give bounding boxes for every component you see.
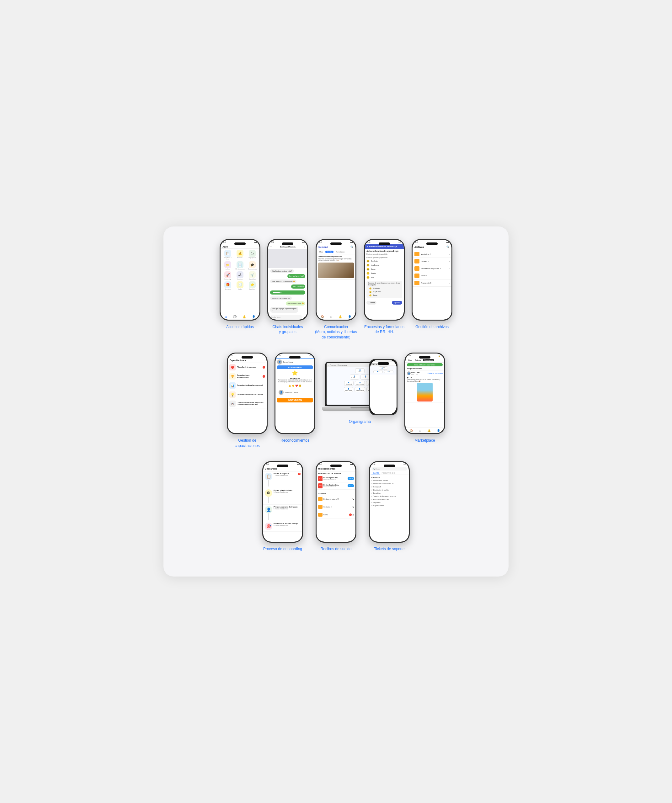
tab-marketplace[interactable]: Marketplace [423, 359, 434, 361]
onboarding-header: Onboarding [263, 467, 302, 471]
phone-frame-chats: 9:41 ●●● ← Santiago Miranda ⋮ Hola Santi… [267, 239, 308, 320]
status-bar: 9:41 ●●● [365, 240, 404, 244]
recognition-reactions: 👍 👏 ❤️ 😊 [275, 384, 314, 388]
nav-person-icon: 👤 [252, 315, 255, 319]
channel-item[interactable]: # Información sobre COVID-19 [371, 482, 407, 485]
sign-button[interactable]: Firmar [348, 477, 354, 480]
survey-footer-section: Encuesta de aprendizaje para la mejora d… [366, 281, 402, 298]
survey-option[interactable]: 🙂Muy Bueno [368, 290, 401, 294]
step-icon: 👤 [265, 506, 272, 514]
feature-item-recibos: 9:41 ●●● Mis documentos PENDIENTES DE FI… [316, 461, 356, 552]
training-icon: 🏆 [229, 373, 236, 380]
status-bar: 9:41 ●●● [317, 462, 355, 467]
phone-frame-survey: 9:41 ●●● ✕ Autoevaluación del aprendizaj… [364, 239, 405, 320]
app-icon-item: 🏖 Vacaciones [234, 271, 245, 280]
listing-user-info: Lucía Levit Hace 1 Día [411, 372, 420, 375]
pending-doc[interactable]: PDF Recibo Agosto 202... Pendiente de fi… [317, 475, 355, 483]
caption-onboarding: Proceso de onboarding [263, 546, 302, 552]
sign-button[interactable]: Firmar [348, 484, 354, 487]
survey-option[interactable]: 😕Regular [365, 271, 404, 275]
search-icon: 🔍 [373, 468, 375, 470]
avatar-circle: 👤 [277, 359, 282, 364]
survey-option[interactable]: 😊Excelente [365, 259, 404, 263]
org-row: 👤 Dir 👤 Dir [371, 370, 396, 373]
training-item[interactable]: ❤️ Filosofía de la empresa ! [228, 363, 267, 372]
message-input[interactable]: Escribe algo... [270, 315, 303, 319]
training-item[interactable]: 🏆 Capacitaciones Empresariales ! [228, 372, 267, 381]
app-icon-item: 🧾 Recibos [234, 281, 245, 290]
humand-logo-bar: humand 🔍 [317, 244, 355, 250]
app-icon-item: 💰 Finanzas [234, 250, 245, 260]
step-connector: 🗓 [265, 489, 272, 503]
folder-icon [318, 505, 322, 509]
file-item[interactable]: Marketing 4 › [413, 250, 451, 258]
listing-description: Vendo iphone 9 64GB, 92% de batería. Sin… [407, 379, 443, 382]
training-item[interactable]: 👓 Curso Estándares de Seguridad: Evitar … [228, 399, 267, 408]
tab-muro[interactable]: Muro [407, 359, 413, 361]
step-line [268, 497, 269, 503]
tab-marketplace[interactable]: Marketplace [335, 250, 346, 253]
survey-header-bar: ✕ Autoevaluación del aprendizaje [365, 244, 404, 249]
status-bar: 9:41 ●●● [228, 353, 267, 358]
chat-bubble: Bien, me alegro [291, 284, 305, 289]
channel-item[interactable]: # Beneficios [371, 491, 407, 495]
folder-item[interactable]: IDs 91 ! › [317, 511, 355, 519]
pending-doc[interactable]: PDF Recibo Septiembre... Pendiente de fi… [317, 483, 355, 490]
channel-item[interactable]: # Capacitaciones [371, 504, 407, 507]
training-item[interactable]: 📊 Capacitación Excel empresarial [228, 381, 267, 390]
chevron-icon: › [352, 496, 354, 502]
chat-bubble: Muchísimas gracias 😊 [286, 301, 305, 306]
listing-price: $123 [407, 376, 443, 379]
user2-name: Sebastián Castro [285, 392, 298, 393]
org-node: 👤Laura Montes [355, 381, 365, 386]
survey-option[interactable]: 😞Malo [365, 275, 404, 280]
tab-noticias[interactable]: Noticias [414, 359, 422, 361]
folder-icon [318, 497, 322, 501]
badge-red: ! [263, 375, 265, 378]
channel-item[interactable]: # ConsultaIT [371, 485, 407, 488]
step-icon: 🗓 [265, 489, 272, 497]
file-item[interactable]: Transporte 3 › [413, 280, 451, 287]
survey-option[interactable]: 🙂Muy Bueno [365, 263, 404, 267]
file-item[interactable]: Legales 8 › [413, 258, 451, 265]
survey-option[interactable]: 😐Bueno [368, 294, 401, 297]
folder-icon [415, 266, 420, 271]
survey-option[interactable]: 😐Bueno [365, 267, 404, 271]
phone-frame-files: 9:41 ●●● Archivos 🔍 Marketing 4 [412, 239, 452, 320]
channel-item[interactable]: # Seguridad [371, 501, 407, 504]
siguiente-button[interactable]: Siguiente [392, 301, 402, 305]
chat-bubble: Bien, por favor ¡Hola! [287, 274, 305, 278]
app-icon: 📄 [236, 261, 244, 268]
pdf-icon: PDF [318, 476, 322, 481]
recognition-star-icon: ⭐ [275, 369, 314, 376]
tab-sumate[interactable]: SUMATE [371, 471, 380, 475]
channel-item[interactable]: # Trámites de Recursos Humanos [371, 495, 407, 498]
channel-item[interactable]: # Aclaraciones directas [371, 479, 407, 482]
status-bar: 9:41 ●●● [221, 240, 259, 244]
training-item[interactable]: 💡 Capacitación Técnica en Ventas [228, 390, 267, 399]
hash-icon: # [371, 505, 373, 507]
file-item[interactable]: Salud 4 › [413, 272, 451, 280]
file-item[interactable]: Medidas de seguridad 2 › [413, 265, 451, 272]
channel-item[interactable]: # Reportes y Denuncias [371, 498, 407, 501]
tab-noticias[interactable]: Noticias [325, 250, 334, 253]
back-button[interactable]: ← Volver [366, 301, 376, 305]
channel-item[interactable]: # Liquidación de sueldos [371, 488, 407, 491]
tab-preguntar-cho[interactable]: PREGUNTAR CHO [380, 471, 397, 475]
nav-grid-icon: ⊞ [330, 315, 332, 319]
post-author: Comunicaciones Empresariales [318, 256, 354, 257]
create-listing-button[interactable]: Crear publicación para vender [407, 363, 443, 366]
folder-icon [415, 273, 420, 278]
caption-encuestas: Encuestas y formulariosde RR. HH. [364, 324, 404, 335]
tab-muro[interactable]: Muro [318, 250, 324, 253]
listing-user-row: 👤 Lucía Levit Hace 1 Día Contactar por p… [407, 371, 443, 376]
survey-option[interactable]: 😊Excelente [368, 287, 401, 290]
training-icon: 📊 [229, 382, 236, 388]
mobile-org-header: Organigrama [370, 362, 397, 366]
folder-item[interactable]: Contratos 4 › [317, 503, 355, 511]
app-icon-item: 🗂 Organigrama [247, 250, 258, 260]
contact-button[interactable]: Contactar por privado [428, 372, 443, 374]
folder-item[interactable]: Recibos de nómina 77 › [317, 495, 355, 503]
survey-actions: ← Volver Siguiente [365, 299, 404, 306]
chevron-icon: › [449, 282, 449, 284]
